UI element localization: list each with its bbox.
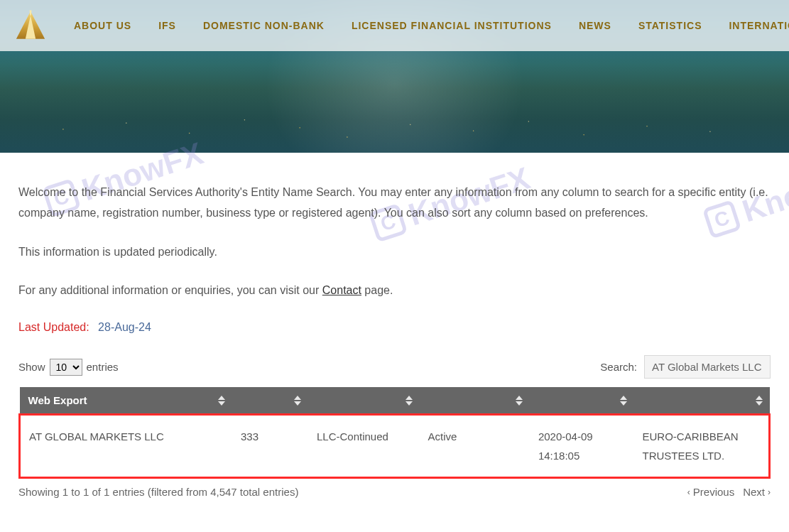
cell-regno: 333 <box>232 415 308 478</box>
showing-info: Showing 1 to 1 of 1 entries (filtered fr… <box>18 486 298 498</box>
sort-icon <box>218 396 225 406</box>
cell-name: AT GLOBAL MARKETS LLC <box>20 415 233 478</box>
cell-agent: EURO-CARIBBEAN TRUSTEES LTD. <box>634 415 770 478</box>
nav-news[interactable]: NEWS <box>579 20 611 31</box>
nav-domestic[interactable]: DOMESTIC NON-BANK <box>203 20 325 31</box>
entries-select[interactable]: 10 <box>50 359 82 376</box>
nav-ifs[interactable]: IFS <box>158 20 176 31</box>
intro-text: Welcome to the Financial Services Author… <box>18 183 771 301</box>
intro-p2: This information is updated periodically… <box>18 242 771 263</box>
last-updated-label: Last Updated: <box>18 321 89 333</box>
th-col-3[interactable] <box>308 387 420 415</box>
table-footer: Showing 1 to 1 of 1 entries (filtered fr… <box>18 486 771 498</box>
cell-date: 2020-04-09 14:18:05 <box>530 415 634 478</box>
cell-status: Active <box>420 415 530 478</box>
nav-licensed[interactable]: LICENSED FINANCIAL INSTITUTIONS <box>352 20 552 31</box>
search-box: Search: <box>600 355 771 379</box>
table-row: AT GLOBAL MARKETS LLC 333 LLC-Continued … <box>20 415 770 478</box>
th-col-5[interactable] <box>530 387 634 415</box>
th-web-export[interactable]: Web Export <box>20 387 233 415</box>
nav-intl-coop[interactable]: INTERNATIONAL COOPERATION <box>729 20 789 31</box>
show-suffix: entries <box>87 361 119 373</box>
last-updated-date: 28-Aug-24 <box>98 321 151 333</box>
cell-type: LLC-Continued <box>308 415 420 478</box>
intro-p3: For any additional information or enquir… <box>18 281 771 301</box>
logo-icon[interactable] <box>14 9 47 42</box>
nav-about-us[interactable]: ABOUT US <box>74 20 131 31</box>
last-updated: Last Updated: 28-Aug-24 <box>18 321 771 334</box>
th-col-2[interactable] <box>232 387 308 415</box>
navbar: ABOUT US IFS DOMESTIC NON-BANK LICENSED … <box>0 0 789 51</box>
table-controls: Show 10 entries Search: <box>18 355 771 379</box>
sort-icon <box>516 396 523 406</box>
results-table: Web Export AT GLOBAL MARKETS LLC 333 LLC… <box>18 387 771 479</box>
sort-icon <box>620 396 627 406</box>
nav-statistics[interactable]: STATISTICS <box>638 20 702 31</box>
chevron-right-icon: › <box>768 487 771 497</box>
show-prefix: Show <box>18 361 45 373</box>
intro-p1: Welcome to the Financial Services Author… <box>18 183 771 224</box>
pagination: ‹ Previous Next › <box>687 486 771 498</box>
nav-links: ABOUT US IFS DOMESTIC NON-BANK LICENSED … <box>74 20 789 31</box>
th-col-6[interactable] <box>634 387 770 415</box>
show-entries: Show 10 entries <box>18 359 119 376</box>
next-button[interactable]: Next › <box>743 486 771 498</box>
search-input[interactable] <box>644 355 771 379</box>
main-content: Welcome to the Financial Services Author… <box>0 153 789 505</box>
sort-icon <box>756 396 763 406</box>
chevron-left-icon: ‹ <box>687 487 690 497</box>
previous-button[interactable]: ‹ Previous <box>687 486 734 498</box>
th-col-4[interactable] <box>420 387 530 415</box>
contact-link[interactable]: Contact <box>322 284 361 296</box>
search-label: Search: <box>600 361 637 373</box>
table-header-row: Web Export <box>20 387 770 415</box>
sort-icon <box>406 396 413 406</box>
sort-icon <box>294 396 301 406</box>
hero-banner: ABOUT US IFS DOMESTIC NON-BANK LICENSED … <box>0 0 789 153</box>
